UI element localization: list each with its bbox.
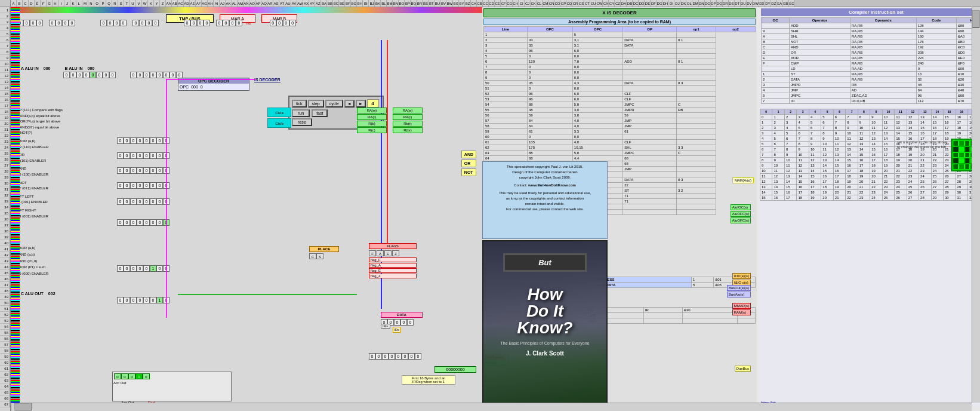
bit-17[interactable]: 0 (190, 20, 197, 26)
instr-line-8[interactable]: 9 (484, 75, 528, 81)
num-cell-3-3[interactable]: 6 (797, 131, 809, 136)
num-cell-6-3[interactable]: 9 (797, 147, 809, 152)
num-cell-13-12[interactable]: 25 (907, 185, 919, 190)
num-cell-15-12[interactable]: 27 (907, 195, 919, 201)
bit-2[interactable]: 0 (30, 20, 36, 26)
num-cell-11-5[interactable]: 16 (821, 174, 833, 179)
num-cell-8-5[interactable]: 13 (821, 158, 833, 163)
num-cell-0-7[interactable]: 7 (846, 115, 858, 120)
num-cell-2-2[interactable]: 4 (784, 125, 796, 131)
num-cell-6-10[interactable]: 16 (882, 147, 894, 152)
bit-12[interactable]: 0 (132, 20, 139, 26)
num-cell-13-8[interactable]: 21 (858, 185, 870, 190)
num-cell-10-10[interactable]: 20 (882, 168, 894, 174)
num-cell-0-10[interactable]: 10 (882, 115, 894, 120)
instr-line-16[interactable]: 57 (484, 118, 528, 124)
num-cell-4-7[interactable]: 11 (846, 136, 858, 142)
bit-26[interactable]: 0 (283, 20, 289, 26)
num-cell-13-4[interactable]: 17 (809, 185, 821, 190)
num-cell-10-11[interactable]: 21 (895, 168, 907, 174)
num-grid-row-10[interactable]: 10111213141516171819202122232425262728 (760, 168, 981, 174)
num-cell-15-5[interactable]: 20 (821, 195, 833, 201)
num-cell-14-16[interactable]: 30 (956, 190, 967, 195)
num-cell-9-11[interactable]: 20 (895, 163, 907, 168)
num-cell-15-15[interactable]: 30 (944, 195, 956, 201)
num-cell-1-16[interactable]: 17 (956, 120, 967, 125)
num-cell-12-11[interactable]: 23 (895, 179, 907, 185)
bit-10[interactable]: 0 (113, 20, 120, 26)
num-cell-15-3[interactable]: 18 (797, 195, 809, 201)
num-cell-0-6[interactable]: 6 (833, 115, 845, 120)
num-cell-12-14[interactable]: 26 (931, 179, 943, 185)
instr-line-9[interactable]: 50 (484, 81, 528, 86)
num-cell-12-12[interactable]: 24 (907, 179, 919, 185)
num-cell-12-13[interactable]: 25 (919, 179, 931, 185)
num-cell-2-3[interactable]: 5 (797, 125, 809, 131)
bit-20[interactable]: 0 (216, 20, 223, 26)
num-cell-7-0[interactable]: 7 (760, 152, 772, 158)
prev-button[interactable]: ◄ (344, 100, 355, 108)
num-cell-12-6[interactable]: 18 (833, 179, 845, 185)
bit-16[interactable]: 0 (184, 20, 190, 26)
num-cell-13-14[interactable]: 27 (931, 185, 943, 190)
num-cell-0-13[interactable]: 13 (919, 115, 931, 120)
num-cell-11-9[interactable]: 20 (870, 174, 882, 179)
num-cell-3-2[interactable]: 5 (784, 131, 796, 136)
num-cell-12-15[interactable]: 27 (944, 179, 956, 185)
num-cell-0-2[interactable]: 2 (784, 115, 796, 120)
bit-8[interactable]: 0 (100, 20, 107, 26)
num-cell-4-3[interactable]: 7 (797, 136, 809, 142)
bit-6[interactable]: 0 (62, 20, 69, 26)
num-cell-11-13[interactable]: 24 (919, 174, 931, 179)
num-cell-9-13[interactable]: 22 (919, 163, 931, 168)
instr-line-4[interactable]: 5 (484, 54, 528, 59)
num-cell-2-13[interactable]: 15 (919, 125, 931, 131)
tick-button[interactable]: tick (292, 100, 307, 108)
num-cell-12-3[interactable]: 15 (797, 179, 809, 185)
instr-line-18[interactable]: 59 (484, 129, 528, 134)
num-cell-1-5[interactable]: 6 (821, 120, 833, 125)
instr-line-10[interactable]: 51 (484, 86, 528, 91)
num-cell-1-14[interactable]: 15 (931, 120, 943, 125)
num-cell-15-1[interactable]: 16 (772, 195, 784, 201)
num-cell-11-6[interactable]: 17 (833, 174, 845, 179)
num-cell-15-8[interactable]: 23 (858, 195, 870, 201)
next-button[interactable]: ► (356, 100, 366, 108)
num-cell-0-0[interactable]: 0 (760, 115, 772, 120)
num-cell-14-0[interactable]: 14 (760, 190, 772, 195)
num-cell-2-0[interactable]: 2 (760, 125, 772, 131)
num-cell-3-12[interactable]: 15 (907, 131, 919, 136)
bit-5[interactable]: 0 (56, 20, 62, 26)
num-cell-14-1[interactable]: 15 (772, 190, 784, 195)
num-cell-5-0[interactable]: 5 (760, 142, 772, 147)
num-grid-row-1[interactable]: 12345678910111213141516171819 (760, 120, 981, 125)
num-cell-2-5[interactable]: 7 (821, 125, 833, 131)
num-cell-14-13[interactable]: 27 (919, 190, 931, 195)
num-cell-5-10[interactable]: 15 (882, 142, 894, 147)
num-cell-8-1[interactable]: 9 (772, 158, 784, 163)
num-cell-13-2[interactable]: 15 (784, 185, 796, 190)
num-cell-6-2[interactable]: 8 (784, 147, 796, 152)
num-cell-15-14[interactable]: 29 (931, 195, 943, 201)
num-cell-9-7[interactable]: 16 (846, 163, 858, 168)
num-cell-10-12[interactable]: 22 (907, 168, 919, 174)
num-cell-5-8[interactable]: 13 (858, 142, 870, 147)
bit-11[interactable]: 0 (120, 20, 127, 26)
instr-line-22[interactable]: 63 (484, 151, 528, 156)
num-cell-7-7[interactable]: 14 (846, 152, 858, 158)
num-cell-8-9[interactable]: 17 (870, 158, 882, 163)
bit-21[interactable]: 0 (223, 20, 229, 26)
num-cell-0-15[interactable]: 15 (944, 115, 956, 120)
num-cell-14-15[interactable]: 29 (944, 190, 956, 195)
num-grid-row-12[interactable]: 12131415161718192021222324252627282930 (760, 179, 981, 185)
instr-line-11[interactable]: 52 (484, 91, 528, 97)
num-cell-12-4[interactable]: 16 (809, 179, 821, 185)
num-cell-9-9[interactable]: 18 (870, 163, 882, 168)
cycle-button[interactable]: cycle (325, 100, 343, 108)
instr-line-7[interactable]: 8 (484, 70, 528, 75)
bit-27[interactable]: 0 (289, 20, 296, 26)
num-cell-6-1[interactable]: 7 (772, 147, 784, 152)
num-cell-12-0[interactable]: 12 (760, 179, 772, 185)
num-cell-7-5[interactable]: 12 (821, 152, 833, 158)
num-cell-8-14[interactable]: 22 (931, 158, 943, 163)
